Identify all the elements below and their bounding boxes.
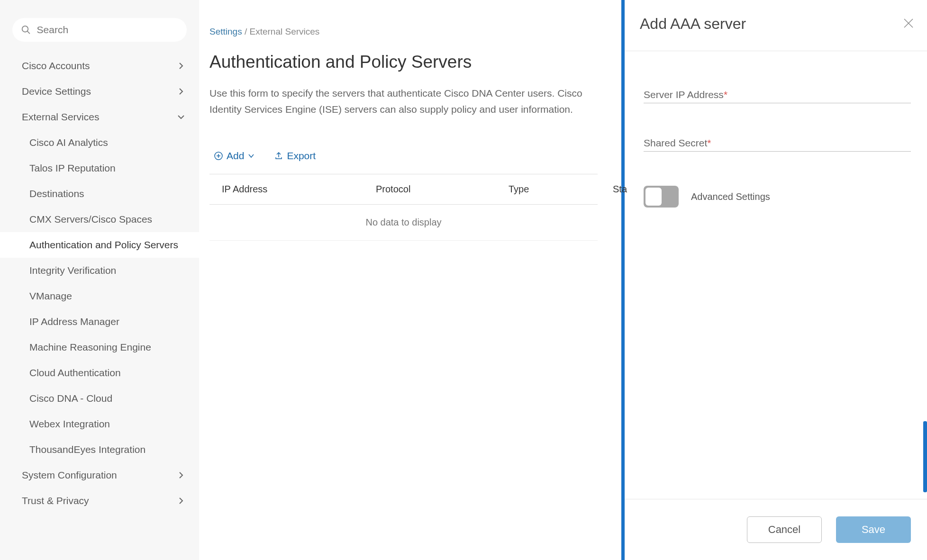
chevron-right-icon [177, 62, 185, 70]
nav-label: Webex Integration [29, 418, 110, 430]
save-button[interactable]: Save [836, 516, 911, 543]
server-ip-field[interactable]: Server IP Address* [644, 89, 911, 103]
required-mark: * [707, 137, 711, 148]
toggle-knob [645, 188, 662, 206]
chevron-right-icon [177, 497, 185, 505]
col-type[interactable]: Type [509, 184, 613, 195]
breadcrumb-root[interactable]: Settings [209, 27, 242, 36]
nav-auth-policy[interactable]: Authentication and Policy Servers [0, 232, 199, 258]
input-underline [644, 149, 911, 152]
close-button[interactable] [903, 18, 914, 30]
page-description: Use this form to specify the servers tha… [209, 85, 598, 117]
export-button[interactable]: Export [274, 150, 316, 162]
nav-destinations[interactable]: Destinations [0, 181, 199, 207]
nav-talos[interactable]: Talos IP Reputation [0, 155, 199, 181]
page-title: Authentication and Policy Servers [209, 52, 598, 72]
required-mark: * [724, 89, 727, 100]
nav-webex[interactable]: Webex Integration [0, 411, 199, 437]
nav-mre[interactable]: Machine Reasoning Engine [0, 334, 199, 360]
export-icon [274, 152, 283, 160]
nav-label: Talos IP Reputation [29, 163, 116, 174]
nav-label: Machine Reasoning Engine [29, 342, 151, 353]
panel-divider[interactable] [621, 0, 625, 560]
nav-cmx[interactable]: CMX Servers/Cisco Spaces [0, 207, 199, 232]
servers-table: IP Address Protocol Type Sta No data to … [209, 174, 598, 241]
nav-cisco-accounts[interactable]: Cisco Accounts [0, 53, 199, 79]
nav-thousandeyes[interactable]: ThousandEyes Integration [0, 437, 199, 462]
nav-label: Cloud Authentication [29, 367, 121, 379]
nav-device-settings[interactable]: Device Settings [0, 79, 199, 104]
side-panel: Add AAA server Server IP Address* Shared… [625, 0, 927, 560]
nav-label: Trust & Privacy [22, 495, 89, 506]
main-content: Settings / External Services Authenticat… [199, 0, 621, 560]
sidebar: Cisco Accounts Device Settings External … [0, 0, 199, 560]
nav-ip-addr[interactable]: IP Address Manager [0, 309, 199, 334]
panel-body: Server IP Address* Shared Secret* Advanc… [625, 51, 927, 499]
breadcrumb: Settings / External Services [209, 27, 598, 37]
nav-label: Cisco DNA - Cloud [29, 393, 112, 404]
col-ip[interactable]: IP Address [222, 184, 376, 195]
nav-label: Destinations [29, 188, 84, 199]
cancel-button[interactable]: Cancel [747, 516, 822, 543]
server-ip-label: Server IP Address* [644, 89, 911, 100]
nav-label: IP Address Manager [29, 316, 119, 327]
input-underline [644, 100, 911, 103]
nav-label: System Configuration [22, 470, 117, 481]
panel-footer: Cancel Save [625, 499, 927, 560]
nav-label: External Services [22, 111, 99, 123]
add-label: Add [227, 150, 244, 162]
shared-secret-field[interactable]: Shared Secret* [644, 137, 911, 152]
advanced-label: Advanced Settings [691, 191, 770, 202]
nav-external-services[interactable]: External Services [0, 104, 199, 130]
search-box[interactable] [12, 18, 187, 42]
advanced-toggle[interactable] [644, 186, 679, 208]
breadcrumb-sep: / [242, 27, 250, 36]
panel-header: Add AAA server [625, 0, 927, 51]
svg-point-0 [22, 26, 28, 32]
scrollbar-indicator[interactable] [923, 421, 927, 492]
action-bar: Add Export [209, 150, 598, 162]
nav-ai-analytics[interactable]: Cisco AI Analytics [0, 130, 199, 155]
nav-label: Cisco Accounts [22, 60, 90, 72]
breadcrumb-current: External Services [250, 27, 320, 36]
nav-vmanage[interactable]: VManage [0, 283, 199, 309]
table-empty-message: No data to display [209, 205, 598, 241]
add-button[interactable]: Add [214, 150, 254, 162]
nav-cloud-auth[interactable]: Cloud Authentication [0, 360, 199, 386]
chevron-down-icon [177, 113, 185, 121]
shared-secret-label: Shared Secret* [644, 137, 911, 149]
chevron-right-icon [177, 471, 185, 479]
nav-label: ThousandEyes Integration [29, 444, 145, 455]
advanced-settings-row: Advanced Settings [644, 186, 911, 208]
table-header: IP Address Protocol Type Sta [209, 174, 598, 205]
search-icon [21, 24, 31, 36]
nav-trust-privacy[interactable]: Trust & Privacy [0, 488, 199, 514]
nav-integrity[interactable]: Integrity Verification [0, 258, 199, 283]
col-protocol[interactable]: Protocol [376, 184, 509, 195]
nav-label: VManage [29, 290, 72, 302]
nav-label: Cisco AI Analytics [29, 137, 108, 148]
nav-dna-cloud[interactable]: Cisco DNA - Cloud [0, 386, 199, 411]
search-input[interactable] [37, 24, 178, 36]
nav-label: CMX Servers/Cisco Spaces [29, 214, 152, 225]
plus-circle-icon [214, 152, 223, 160]
nav-label: Authentication and Policy Servers [29, 239, 178, 251]
close-icon [903, 18, 914, 28]
nav-label: Integrity Verification [29, 265, 116, 276]
chevron-down-icon [248, 153, 254, 159]
nav-system-config[interactable]: System Configuration [0, 462, 199, 488]
panel-title: Add AAA server [640, 15, 746, 33]
export-label: Export [287, 150, 316, 162]
chevron-right-icon [177, 88, 185, 95]
svg-line-1 [27, 31, 29, 34]
nav-label: Device Settings [22, 86, 91, 97]
